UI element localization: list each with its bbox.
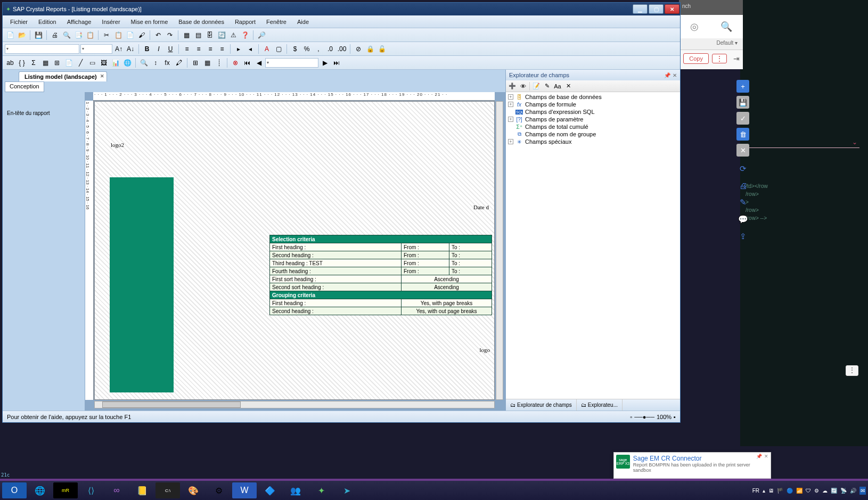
tray-flag-icon[interactable]: 🏴 xyxy=(777,488,783,494)
close-tab-icon[interactable]: ✕ xyxy=(100,73,104,79)
horizontal-scrollbar[interactable] xyxy=(94,401,495,408)
delete-field-icon[interactable]: ✕ xyxy=(564,82,572,91)
green-box-object[interactable] xyxy=(110,177,174,392)
align-right-icon[interactable]: ≡ xyxy=(205,44,216,54)
horizontal-ruler[interactable]: · · · 1 · · · 2 · · · 3 · · · 4 · · · 5 … xyxy=(93,92,495,101)
notification-toast[interactable]: sageERP X3 Sage EM CR Connector Report B… xyxy=(613,452,771,479)
indent-icon[interactable]: ▸ xyxy=(233,44,244,54)
group-icon[interactable]: ▦ xyxy=(181,30,192,40)
share-icon[interactable]: ⇪ xyxy=(740,232,747,241)
paste-icon[interactable]: 📄 xyxy=(125,30,135,40)
align-left-icon[interactable]: ≡ xyxy=(182,44,192,54)
export2-icon[interactable]: 📋 xyxy=(85,30,95,40)
save-icon[interactable]: 💾 xyxy=(33,30,44,40)
export-icon[interactable]: 📑 xyxy=(73,30,84,40)
tray-icon-1[interactable]: 🖥 xyxy=(768,488,774,494)
preview-icon[interactable]: 🔍 xyxy=(61,30,72,40)
date-field[interactable]: Date d xyxy=(473,204,489,210)
copy-icon[interactable]: 📋 xyxy=(113,30,124,40)
language-indicator[interactable]: FR xyxy=(752,488,759,494)
exit-icon[interactable]: ⇥ xyxy=(733,54,740,63)
print-icon[interactable]: 🖨 xyxy=(50,30,60,40)
db-icon[interactable]: 🗄 xyxy=(204,30,215,40)
map-icon[interactable]: 🌐 xyxy=(122,58,133,68)
crosstab-icon[interactable]: ▦ xyxy=(40,58,51,68)
vscode-icon[interactable]: ⟨⟩ xyxy=(79,482,103,498)
prev-icon[interactable]: ◀ xyxy=(253,58,264,68)
fe-tab-1[interactable]: 🗂Explorateur de champs xyxy=(506,399,577,411)
underline-icon[interactable]: U xyxy=(165,44,176,54)
thousand-icon[interactable]: , xyxy=(313,44,324,54)
page-combo[interactable] xyxy=(265,58,318,68)
open-icon[interactable]: 📂 xyxy=(17,30,27,40)
search-icon[interactable]: 🔍 xyxy=(720,21,732,32)
word-icon[interactable]: W xyxy=(232,482,257,498)
logo-placeholder[interactable]: logo2 xyxy=(111,142,124,148)
save-button[interactable]: 💾 xyxy=(736,96,749,109)
sigma-icon[interactable]: Σ xyxy=(28,58,39,68)
first-icon[interactable]: ⏮ xyxy=(242,58,252,68)
comment-icon[interactable]: 💬 xyxy=(738,215,748,224)
percent-icon[interactable]: % xyxy=(301,44,312,54)
stop-icon[interactable]: ⊗ xyxy=(230,58,241,68)
align-justify-icon[interactable]: ≡ xyxy=(217,44,227,54)
tray-icon-4[interactable]: 🛡 xyxy=(806,488,811,494)
dec-decimal-icon[interactable]: .00 xyxy=(337,44,347,54)
outlook-icon[interactable]: O xyxy=(2,482,27,498)
edit-formula-icon[interactable]: ✎ xyxy=(543,82,551,91)
document-tab[interactable]: Listing model (landscape) ✕ xyxy=(19,71,107,81)
redo-icon[interactable]: ↷ xyxy=(165,30,175,40)
undo-icon[interactable]: ↶ xyxy=(153,30,163,40)
zoom-slider[interactable]: ──●── xyxy=(634,414,654,420)
tray-mail-icon[interactable]: ✉ xyxy=(859,487,866,495)
size-combo[interactable] xyxy=(80,44,112,54)
fe-tab-2[interactable]: 🗂Explorateu... xyxy=(577,399,623,411)
next-icon[interactable]: ▶ xyxy=(320,58,330,68)
tray-sync-icon[interactable]: 🔄 xyxy=(831,488,837,494)
tray-network-icon[interactable]: 📡 xyxy=(840,488,847,494)
compass-icon[interactable]: ◎ xyxy=(690,21,699,32)
conception-tab[interactable]: Conception xyxy=(5,81,44,92)
insert-field-icon[interactable]: ➕ xyxy=(508,82,517,91)
align-center-icon[interactable]: ≡ xyxy=(193,44,204,54)
report-canvas[interactable]: logo2 Date d logo Selection criteria Fir… xyxy=(94,101,495,400)
mremote-icon[interactable]: mR xyxy=(53,482,78,498)
refresh-icon[interactable]: ⟳ xyxy=(740,164,747,174)
maximize-button[interactable]: ▢ xyxy=(649,4,664,14)
menu-database[interactable]: Base de données xyxy=(173,18,230,26)
browse-icon[interactable]: 👁 xyxy=(519,82,527,91)
tray-up-icon[interactable]: ▴ xyxy=(763,488,765,494)
title-bar[interactable]: ✦ SAP Crystal Reports - [Listing model (… xyxy=(3,3,680,15)
delete-button[interactable]: 🗑 xyxy=(736,128,749,141)
tray-icon-2[interactable]: 🔵 xyxy=(787,488,793,494)
print-icon[interactable]: 🖨 xyxy=(739,181,747,190)
more-button[interactable]: ⋮ xyxy=(712,54,727,63)
new-icon[interactable]: 📄 xyxy=(5,30,15,40)
highlight-icon[interactable]: 🖍 xyxy=(174,58,184,68)
bold-icon[interactable]: B xyxy=(142,44,152,54)
toast-pin-icon[interactable]: 📌 xyxy=(756,454,762,459)
close-button[interactable]: ✕ xyxy=(665,4,679,14)
cut-icon[interactable]: ✂ xyxy=(101,30,112,40)
crystal-icon[interactable]: ✦ xyxy=(309,482,333,498)
toast-close-icon[interactable]: ✕ xyxy=(764,454,768,459)
minimize-button[interactable]: ▁ xyxy=(633,4,648,14)
currency-icon[interactable]: $ xyxy=(290,44,300,54)
outdent-icon[interactable]: ◂ xyxy=(245,44,256,54)
suppress-icon[interactable]: ⊘ xyxy=(353,44,364,54)
menu-report[interactable]: Rapport xyxy=(230,18,261,26)
notes-icon[interactable]: 📒 xyxy=(130,482,154,498)
text-icon[interactable]: ab xyxy=(5,58,15,68)
increase-font-icon[interactable]: A↑ xyxy=(113,44,124,54)
snap-icon[interactable]: ⊞ xyxy=(190,58,201,68)
collapsible-panel[interactable]: ⌄ xyxy=(748,138,859,148)
zoom-in-icon[interactable]: ▪ xyxy=(674,414,676,420)
menu-file[interactable]: Fichier xyxy=(5,18,33,26)
logo-bottom[interactable]: logo xyxy=(479,347,490,353)
menu-help[interactable]: Aide xyxy=(292,18,314,26)
italic-icon[interactable]: I xyxy=(153,44,164,54)
find-icon[interactable]: 🔎 xyxy=(256,30,267,40)
section-icon[interactable]: ▤ xyxy=(193,30,203,40)
rename-icon[interactable]: Aa xyxy=(553,82,562,91)
refresh-icon[interactable]: 🔄 xyxy=(216,30,227,40)
